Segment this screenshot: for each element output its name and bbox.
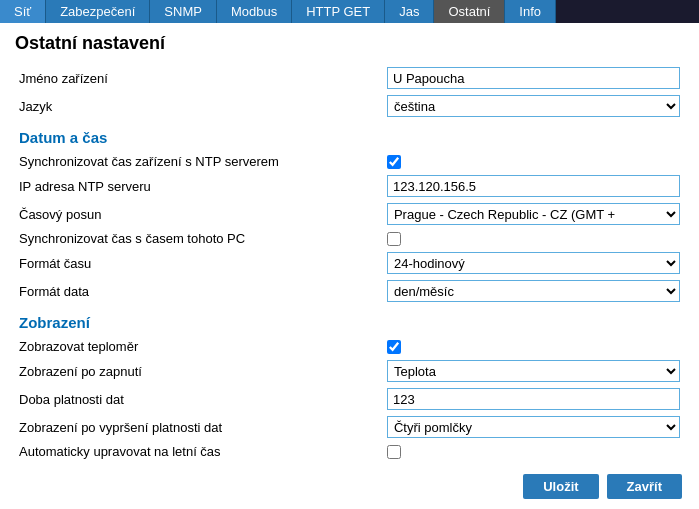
row-date-format: Formát data den/měsíc měsíc/den (15, 277, 684, 305)
section-header-datetime: Datum a čas (15, 120, 684, 151)
input-validity[interactable] (387, 388, 680, 410)
checkbox-sync-pc[interactable] (387, 232, 401, 246)
label-timezone: Časový posun (15, 200, 383, 228)
row-section-datetime: Datum a čas (15, 120, 684, 151)
label-language: Jazyk (15, 92, 383, 120)
cell-expired: Čtyři pomlčky Poslední platná data Nuly (383, 413, 684, 441)
row-validity: Doba platnosti dat (15, 385, 684, 413)
select-timezone[interactable]: Prague - Czech Republic - CZ (GMT + UTC … (387, 203, 680, 225)
close-button[interactable]: Zavřít (607, 474, 682, 499)
select-language[interactable]: čeština English Deutsch (387, 95, 680, 117)
cell-device-name (383, 64, 684, 92)
button-bar: Uložit Zavřít (15, 474, 684, 499)
select-time-format[interactable]: 24-hodinový 12-hodinový (387, 252, 680, 274)
cell-validity (383, 385, 684, 413)
row-ntp-ip: IP adresa NTP serveru (15, 172, 684, 200)
tab-http-get[interactable]: HTTP GET (292, 0, 385, 23)
label-time-format: Formát času (15, 249, 383, 277)
tab-jas[interactable]: Jas (385, 0, 434, 23)
tab-sit[interactable]: Síť (0, 0, 46, 23)
cell-time-format: 24-hodinový 12-hodinový (383, 249, 684, 277)
input-device-name[interactable] (387, 67, 680, 89)
row-show-therm: Zobrazovat teploměr (15, 336, 684, 357)
cell-language: čeština English Deutsch (383, 92, 684, 120)
tab-info[interactable]: Info (505, 0, 556, 23)
select-date-format[interactable]: den/měsíc měsíc/den (387, 280, 680, 302)
tab-ostatni[interactable]: Ostatní (434, 0, 505, 23)
row-show-on: Zobrazení po zapnutí Teplota Vlhkost Ros… (15, 357, 684, 385)
tab-snmp[interactable]: SNMP (150, 0, 217, 23)
row-language: Jazyk čeština English Deutsch (15, 92, 684, 120)
checkbox-show-therm[interactable] (387, 340, 401, 354)
label-validity: Doba platnosti dat (15, 385, 383, 413)
label-device-name: Jméno zařízení (15, 64, 383, 92)
save-button[interactable]: Uložit (523, 474, 598, 499)
cell-timezone: Prague - Czech Republic - CZ (GMT + UTC … (383, 200, 684, 228)
select-show-on[interactable]: Teplota Vlhkost Rosný bod (387, 360, 680, 382)
checkbox-summer[interactable] (387, 445, 401, 459)
cell-ntp-ip (383, 172, 684, 200)
row-sync-pc: Synchronizovat čas s časem tohoto PC (15, 228, 684, 249)
input-ntp-ip[interactable] (387, 175, 680, 197)
cell-sync-pc (383, 228, 684, 249)
nav-tabs: Síť Zabezpečení SNMP Modbus HTTP GET Jas… (0, 0, 699, 23)
checkbox-sync-ntp[interactable] (387, 155, 401, 169)
cell-summer (383, 441, 684, 462)
form-table: Jméno zařízení Jazyk čeština English Deu… (15, 64, 684, 462)
label-show-therm: Zobrazovat teploměr (15, 336, 383, 357)
page-title: Ostatní nastavení (15, 33, 684, 54)
section-header-display: Zobrazení (15, 305, 684, 336)
row-sync-ntp: Synchronizovat čas zařízení s NTP server… (15, 151, 684, 172)
row-timezone: Časový posun Prague - Czech Republic - C… (15, 200, 684, 228)
row-device-name: Jméno zařízení (15, 64, 684, 92)
tab-modbus[interactable]: Modbus (217, 0, 292, 23)
cell-sync-ntp (383, 151, 684, 172)
label-expired: Zobrazení po vypršení platnosti dat (15, 413, 383, 441)
label-sync-pc: Synchronizovat čas s časem tohoto PC (15, 228, 383, 249)
cell-show-on: Teplota Vlhkost Rosný bod (383, 357, 684, 385)
label-show-on: Zobrazení po zapnutí (15, 357, 383, 385)
select-expired[interactable]: Čtyři pomlčky Poslední platná data Nuly (387, 416, 680, 438)
row-summer: Automaticky upravovat na letní čas (15, 441, 684, 462)
cell-show-therm (383, 336, 684, 357)
cell-date-format: den/měsíc měsíc/den (383, 277, 684, 305)
label-date-format: Formát data (15, 277, 383, 305)
label-summer: Automaticky upravovat na letní čas (15, 441, 383, 462)
row-time-format: Formát času 24-hodinový 12-hodinový (15, 249, 684, 277)
label-sync-ntp: Synchronizovat čas zařízení s NTP server… (15, 151, 383, 172)
main-content: Ostatní nastavení Jméno zařízení Jazyk č… (0, 23, 699, 509)
row-section-display: Zobrazení (15, 305, 684, 336)
tab-zabezpeceni[interactable]: Zabezpečení (46, 0, 150, 23)
label-ntp-ip: IP adresa NTP serveru (15, 172, 383, 200)
row-expired: Zobrazení po vypršení platnosti dat Čtyř… (15, 413, 684, 441)
